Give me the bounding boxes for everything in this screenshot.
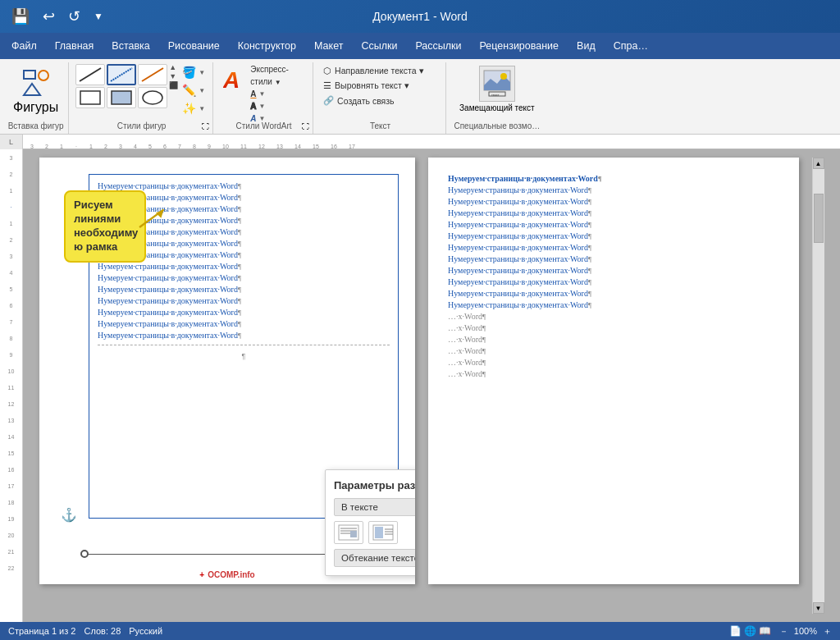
- v-ruler-num: ·: [0, 199, 22, 215]
- menu-design[interactable]: Конструктор: [230, 37, 304, 55]
- menu-help[interactable]: Спра…: [605, 37, 656, 55]
- doc-line-right: Нумеруем·страницы·в·документах·Word¶: [448, 300, 779, 309]
- svg-rect-0: [24, 71, 35, 79]
- v-ruler-num: 22: [0, 560, 22, 576]
- menu-refs[interactable]: Ссылки: [353, 37, 405, 55]
- doc-area: Рисуем линиями необходиму ю рамка Нумеру…: [23, 149, 840, 622]
- v-ruler-num: 21: [0, 543, 22, 560]
- layout-popup: Параметры разметки × В тексте: [325, 469, 415, 576]
- effect-icon: ✨: [182, 102, 196, 115]
- doc-line-right: Нумеруем·страницы·в·документах·Word¶: [448, 220, 779, 229]
- menu-draw[interactable]: Рисование: [160, 37, 228, 55]
- ruler-container: L 3 2 1 · 1 2 3 4 5 6 7 8 9 10 11 12 13 …: [0, 135, 840, 149]
- menu-mailings[interactable]: Рассылки: [407, 37, 469, 55]
- inline-option[interactable]: В тексте: [334, 498, 415, 516]
- page-left: Рисуем линиями необходиму ю рамка Нумеру…: [39, 158, 415, 584]
- v-ruler-num: 20: [0, 527, 22, 543]
- view-mode-icons: 📄 🌐 📖: [729, 625, 771, 637]
- svg-point-1: [39, 71, 48, 80]
- menu-view[interactable]: Вид: [568, 37, 604, 55]
- menu-insert[interactable]: Вставка: [103, 37, 158, 55]
- anchor-icon: ⚓: [61, 507, 77, 523]
- callout-text: Рисуем линиями необходиму ю рамка: [74, 199, 138, 253]
- doc-line-right: Нумеруем·страницы·в·документах·Word¶: [448, 174, 779, 183]
- shape-rect-1[interactable]: [75, 87, 105, 108]
- shape-line-1[interactable]: [75, 64, 105, 85]
- ribbon-group-label-styles: Стили фигур: [71, 121, 212, 130]
- link-text-btn[interactable]: 🔗 Создать связь: [320, 94, 427, 107]
- doc-line-right: …·x·Word¶: [448, 369, 779, 378]
- express-styles-btn[interactable]: Экспресс-: [248, 64, 291, 75]
- ruler-mark: 15: [307, 144, 325, 149]
- redo-icon[interactable]: ↺: [65, 6, 84, 27]
- scroll-more-arrow[interactable]: ⬛: [169, 82, 178, 89]
- v-ruler-num: 15: [0, 445, 22, 461]
- doc-line-right: …·x·Word¶: [448, 346, 779, 355]
- v-ruler-num: 5: [0, 281, 22, 297]
- doc-line: Нумеруем·страницы·в·документах·Word¶: [98, 308, 390, 317]
- scrollbar-vertical[interactable]: ▲ ▼: [812, 158, 824, 614]
- web-view-icon[interactable]: 🌐: [744, 625, 756, 637]
- zoom-out-button[interactable]: －: [779, 625, 788, 638]
- doc-line-right: …·x·Word¶: [448, 323, 779, 332]
- layout-icon-inline[interactable]: [334, 521, 363, 544]
- menu-layout[interactable]: Макет: [306, 37, 351, 55]
- scroll-down-button[interactable]: ▼: [813, 602, 824, 614]
- print-view-icon[interactable]: 📄: [729, 625, 742, 637]
- text-fill-btn[interactable]: A ▼: [248, 89, 291, 99]
- menu-review[interactable]: Рецензирование: [472, 37, 568, 55]
- menu-home[interactable]: Главная: [47, 37, 103, 55]
- doc-line: Нумеруем·страницы·в·документах·Word¶: [98, 296, 390, 305]
- scroll-thumb[interactable]: [814, 194, 824, 243]
- doc-line-right: Нумеруем·страницы·в·документах·Word¶: [448, 185, 779, 194]
- zoom-in-button[interactable]: ＋: [823, 625, 832, 638]
- text-dir-label: Направление текста ▾: [335, 66, 423, 75]
- scroll-up-button[interactable]: ▲: [813, 158, 824, 169]
- link-icon: 🔗: [323, 95, 334, 106]
- shape-line-3[interactable]: [138, 64, 167, 85]
- ruler-mark: 1: [54, 144, 69, 149]
- wrap-text-button[interactable]: Обтекание текстом: [334, 549, 415, 567]
- undo-icon[interactable]: ↩: [39, 6, 58, 27]
- scroll-down-arrow[interactable]: ▼: [169, 73, 178, 80]
- shape-line-2[interactable]: [107, 64, 136, 85]
- wordart-preview[interactable]: A: [220, 64, 243, 94]
- alt-text-icon: текст: [479, 66, 515, 102]
- shape-rect-2[interactable]: [107, 87, 136, 108]
- ruler-mark: 8: [187, 144, 202, 149]
- alt-text-button[interactable]: текст Замещающий текст: [453, 64, 541, 115]
- doc-line: Нумеруем·страницы·в·документах·Word¶: [98, 319, 390, 328]
- save-icon[interactable]: 💾: [8, 6, 33, 27]
- express-label: Экспресс-: [250, 65, 289, 74]
- expand-wordart-icon[interactable]: ⛶: [302, 122, 309, 130]
- ruler-mark: 1: [84, 144, 98, 149]
- text-outline-btn[interactable]: A ▼: [248, 101, 291, 112]
- menu-file[interactable]: Файл: [3, 37, 45, 55]
- shape-effect-btn[interactable]: ✨ ▼: [180, 100, 208, 117]
- layout-icon-tight[interactable]: [368, 521, 398, 544]
- scroll-track[interactable]: [813, 169, 824, 602]
- text-direction-btn[interactable]: ⬡ Направление текста ▾: [320, 64, 427, 77]
- doc-line: Нумеруем·страницы·в·документах·Word¶: [98, 262, 390, 271]
- title-bar: 💾 ↩ ↺ ▼ Документ1 - Word: [0, 0, 840, 33]
- pin-icon[interactable]: ▼: [90, 9, 107, 24]
- doc-line-right: Нумеруем·страницы·в·документах·Word¶: [448, 277, 779, 286]
- shape-circle-1[interactable]: [138, 87, 167, 108]
- shape-fill-btn[interactable]: 🪣 ▼: [180, 64, 208, 80]
- read-view-icon[interactable]: 📖: [759, 625, 771, 637]
- shapes-button[interactable]: Фигуры: [8, 64, 63, 117]
- line-handle-left[interactable]: [80, 550, 89, 558]
- doc-line: Нумеруем·страницы·в·документах·Word¶: [98, 273, 390, 282]
- outline-icon: ✏️: [182, 84, 196, 97]
- ruler-mark: 12: [253, 144, 271, 149]
- doc-line: Нумеруем·страницы·в·документах·Word¶: [98, 331, 390, 340]
- scroll-up-arrow[interactable]: ▲: [169, 64, 178, 71]
- align-text-btn[interactable]: ☰ Выровнять текст ▾: [320, 79, 427, 92]
- expand-styles-icon[interactable]: ⛶: [202, 122, 209, 130]
- svg-point-10: [500, 73, 507, 80]
- shape-outline-btn[interactable]: ✏️ ▼: [180, 82, 208, 98]
- v-ruler-num: 2: [0, 231, 22, 248]
- express-styles-btn2[interactable]: стили ▼: [248, 76, 291, 87]
- callout-box: Рисуем линиями необходиму ю рамка: [64, 190, 146, 263]
- ruler-marks: 3 2 1 · 1 2 3 4 5 6 7 8 9 10 11 12 13 14…: [23, 135, 840, 149]
